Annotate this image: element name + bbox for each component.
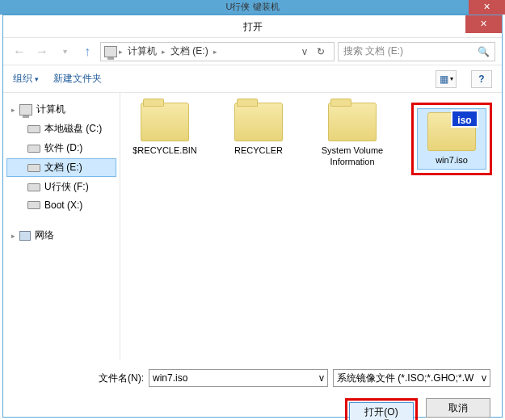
filter-text: 系统镜像文件 (*.ISO;*.GHO;*.W <box>337 372 473 385</box>
item-label: win7.iso <box>419 154 484 166</box>
search-placeholder: 搜索 文档 (E:) <box>343 44 403 58</box>
breadcrumb-current[interactable]: 文档 (E:) <box>167 44 212 58</box>
dialog-bottom: 文件名(N): win7.iso v 系统镜像文件 (*.ISO;*.GHO;*… <box>3 359 502 420</box>
dialog-close-button[interactable]: × <box>465 15 502 33</box>
iso-badge: iso <box>451 110 478 128</box>
new-folder-label: 新建文件夹 <box>53 72 102 86</box>
file-item-selected[interactable]: iso win7.iso <box>417 108 486 170</box>
tree-label: 网络 <box>35 229 54 242</box>
breadcrumb-sep: ▸ <box>212 48 219 56</box>
up-button[interactable]: ↑ <box>78 42 97 61</box>
help-icon: ? <box>478 74 484 85</box>
file-list[interactable]: $RECYCLE.BIN RECYCLER System Volume Info… <box>120 93 502 359</box>
filename-row: 文件名(N): win7.iso v 系统镜像文件 (*.ISO;*.GHO;*… <box>92 369 490 387</box>
highlight-annotation: 打开(O) ↖ <box>345 398 418 420</box>
expand-icon: ▸ <box>11 232 15 240</box>
folder-item[interactable]: $RECYCLE.BIN <box>130 103 200 156</box>
open-button[interactable]: 打开(O) ↖ <box>349 402 414 420</box>
file-type-filter[interactable]: 系统镜像文件 (*.ISO;*.GHO;*.W v <box>333 369 490 387</box>
chevron-down-icon: ▾ <box>35 75 39 83</box>
folder-icon <box>328 103 377 141</box>
open-file-dialog: 打开 × ← → ▾ ↑ ▸ 计算机 ▸ 文档 (E:) ▸ v ↻ 搜索 文档… <box>2 15 503 418</box>
organize-label: 组织 <box>13 72 32 86</box>
chevron-down-icon: ▾ <box>450 75 453 82</box>
breadcrumb-computer[interactable]: 计算机 <box>124 44 160 58</box>
history-dropdown[interactable]: ▾ <box>55 42 74 61</box>
open-button-label: 打开(O) <box>364 406 398 418</box>
content-area: ▸ 计算机 本地磁盘 (C:) 软件 (D:) 文档 (E:) U行侠 (F:)… <box>3 93 502 359</box>
network-icon <box>19 231 31 241</box>
refresh-button[interactable]: ↻ <box>311 46 330 57</box>
drive-icon <box>27 201 40 209</box>
tree-drive-x[interactable]: Boot (X:) <box>6 197 116 213</box>
tree-drive-e[interactable]: 文档 (E:) <box>6 158 116 177</box>
folder-icon <box>234 103 283 141</box>
search-input[interactable]: 搜索 文档 (E:) 🔍 <box>338 42 495 61</box>
tree-label: 本地磁盘 (C:) <box>44 122 102 136</box>
sidebar-tree: ▸ 计算机 本地磁盘 (C:) 软件 (D:) 文档 (E:) U行侠 (F:)… <box>3 93 120 359</box>
drive-icon <box>27 125 40 133</box>
iso-file-icon: iso <box>427 112 476 151</box>
drive-icon <box>27 164 40 172</box>
address-bar[interactable]: ▸ 计算机 ▸ 文档 (E:) ▸ v ↻ <box>100 42 335 61</box>
item-label: $RECYCLE.BIN <box>130 145 200 156</box>
filename-value: win7.iso <box>153 372 187 384</box>
chevron-down-icon: v <box>319 372 324 384</box>
toolbar: 组织 ▾ 新建文件夹 ▦ ▾ ? <box>3 65 502 93</box>
breadcrumb-sep: ▸ <box>117 48 124 56</box>
drive-icon <box>27 183 40 191</box>
computer-icon <box>104 46 117 57</box>
help-button[interactable]: ? <box>471 70 492 88</box>
tree-label: 软件 (D:) <box>44 141 82 155</box>
bg-close-button[interactable]: × <box>469 0 505 15</box>
view-icon: ▦ <box>440 74 448 85</box>
dialog-title: 打开 <box>243 21 263 32</box>
dialog-titlebar: 打开 × <box>3 15 502 38</box>
tree-label: 文档 (E:) <box>44 161 82 174</box>
address-dropdown[interactable]: v <box>298 46 311 57</box>
navigation-row: ← → ▾ ↑ ▸ 计算机 ▸ 文档 (E:) ▸ v ↻ 搜索 文档 (E:)… <box>3 38 502 65</box>
tree-network[interactable]: ▸ 网络 <box>6 226 116 245</box>
button-row: 打开(O) ↖ 取消 <box>92 398 490 420</box>
cancel-button[interactable]: 取消 <box>426 398 490 418</box>
tree-label: Boot (X:) <box>44 200 82 211</box>
highlight-annotation: iso win7.iso <box>411 103 492 175</box>
tree-label: 计算机 <box>36 103 65 116</box>
drive-icon <box>27 145 40 153</box>
tree-drive-d[interactable]: 软件 (D:) <box>6 139 116 158</box>
computer-icon <box>19 104 32 116</box>
back-button[interactable]: ← <box>10 42 29 61</box>
organize-menu[interactable]: 组织 ▾ <box>13 72 39 86</box>
item-label: RECYCLER <box>224 145 293 156</box>
view-options-button[interactable]: ▦ ▾ <box>436 70 457 88</box>
breadcrumb-sep: ▸ <box>160 48 167 56</box>
bg-title: U行侠 键装机 <box>0 0 505 13</box>
forward-button[interactable]: → <box>32 42 52 61</box>
tree-label: U行侠 (F:) <box>44 180 89 194</box>
new-folder-button[interactable]: 新建文件夹 <box>53 72 102 86</box>
folder-icon <box>141 103 189 141</box>
tree-drive-c[interactable]: 本地磁盘 (C:) <box>6 120 116 138</box>
folder-item[interactable]: System Volume Information <box>318 103 387 167</box>
tree-computer[interactable]: ▸ 计算机 <box>6 100 116 119</box>
chevron-down-icon: v <box>482 372 486 384</box>
folder-item[interactable]: RECYCLER <box>224 103 293 156</box>
search-icon: 🔍 <box>478 46 490 57</box>
expand-icon: ▸ <box>11 106 15 114</box>
background-window-titlebar: U行侠 键装机 <box>0 0 505 15</box>
filename-input[interactable]: win7.iso v <box>149 369 328 387</box>
tree-drive-f[interactable]: U行侠 (F:) <box>6 178 116 196</box>
item-label: System Volume Information <box>318 145 387 167</box>
filename-label: 文件名(N): <box>92 372 144 385</box>
